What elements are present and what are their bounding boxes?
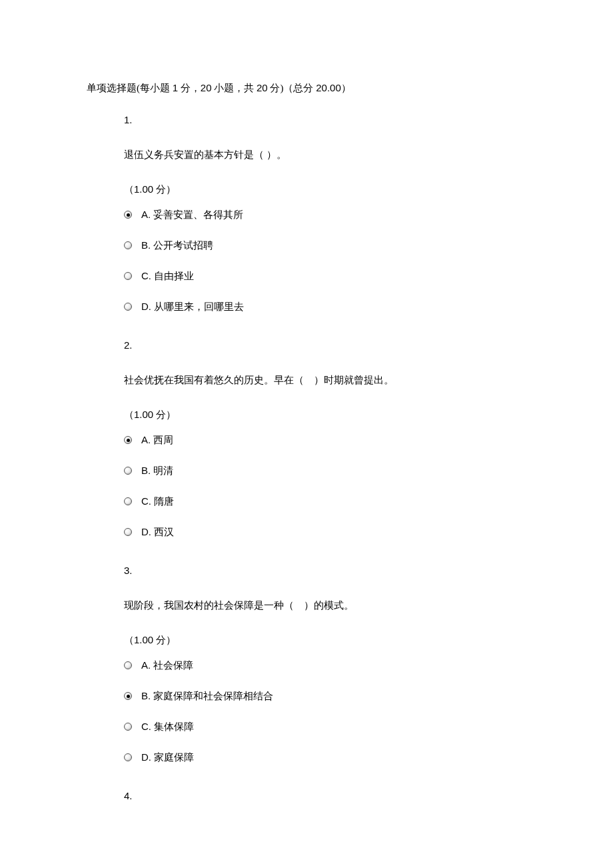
- radio-wrap: [124, 241, 141, 249]
- radio-icon[interactable]: [124, 241, 132, 249]
- radio-wrap: [124, 692, 141, 700]
- questions-container: 1. 退伍义务兵安置的基本方针是（ ）。 （1.00 分） A. 妥善安置、各得…: [87, 112, 526, 804]
- radio-icon[interactable]: [124, 528, 132, 536]
- mid1: 分，: [178, 83, 201, 93]
- question-number: 2.: [124, 337, 526, 353]
- question-text: 退伍义务兵安置的基本方针是（ ）。: [124, 147, 526, 163]
- option-text: 集体保障: [154, 719, 194, 735]
- question-4: 4.: [124, 788, 526, 804]
- option-a[interactable]: A. 西周: [124, 432, 526, 448]
- radio-wrap: [124, 661, 141, 669]
- radio-icon[interactable]: [124, 436, 132, 444]
- question-2: 2. 社会优抚在我国有着悠久的历史。早在（ ）时期就曾提出。 （1.00 分） …: [124, 337, 526, 540]
- option-text: 西周: [153, 432, 173, 448]
- grand-total: 20.00: [316, 82, 341, 93]
- option-label: A. 妥善安置、各得其所: [141, 207, 243, 223]
- option-letter: A.: [141, 207, 151, 223]
- question-3: 3. 现阶段，我国农村的社会保障是一种（ ）的模式。 （1.00 分） A. 社…: [124, 563, 526, 765]
- option-letter: A.: [141, 432, 151, 448]
- radio-icon[interactable]: [124, 497, 132, 505]
- points-value: 1.00: [134, 409, 153, 420]
- option-d[interactable]: D. 家庭保障: [124, 749, 526, 765]
- section-header: 单项选择题(每小题 1 分，20 小题，共 20 分)（总分 20.00）: [87, 80, 526, 96]
- radio-wrap: [124, 303, 141, 311]
- radio-icon[interactable]: [124, 661, 132, 669]
- option-letter: C.: [141, 268, 151, 284]
- option-b[interactable]: B. 明清: [124, 463, 526, 479]
- radio-icon[interactable]: [124, 272, 132, 280]
- option-label: A. 社会保障: [141, 657, 193, 673]
- question-text: 社会优抚在我国有着悠久的历史。早在（ ）时期就曾提出。: [124, 372, 526, 388]
- option-text: 家庭保障: [154, 749, 194, 765]
- radio-wrap: [124, 528, 141, 536]
- option-d[interactable]: D. 从哪里来，回哪里去: [124, 299, 526, 315]
- option-label: C. 自由择业: [141, 268, 194, 284]
- option-text: 从哪里来，回哪里去: [154, 299, 244, 315]
- option-d[interactable]: D. 西汉: [124, 524, 526, 540]
- option-letter: B.: [141, 237, 151, 253]
- question-number: 4.: [124, 788, 526, 804]
- points-value: 1.00: [134, 183, 153, 195]
- option-letter: C.: [141, 493, 151, 509]
- option-c[interactable]: C. 隋唐: [124, 493, 526, 509]
- option-label: C. 集体保障: [141, 719, 194, 735]
- per-points: 1: [173, 82, 178, 93]
- option-c[interactable]: C. 集体保障: [124, 719, 526, 735]
- option-letter: D.: [141, 749, 151, 765]
- radio-icon[interactable]: [124, 211, 132, 219]
- option-label: B. 明清: [141, 463, 173, 479]
- option-label: D. 家庭保障: [141, 749, 194, 765]
- question-text: 现阶段，我国农村的社会保障是一种（ ）的模式。: [124, 597, 526, 613]
- points-prefix: （: [124, 409, 134, 420]
- mid2: 小题，共: [212, 83, 257, 93]
- option-label: D. 西汉: [141, 524, 174, 540]
- total-points: 20: [257, 82, 268, 93]
- option-text: 妥善安置、各得其所: [153, 207, 243, 223]
- option-a[interactable]: A. 社会保障: [124, 657, 526, 673]
- options-group: A. 妥善安置、各得其所 B. 公开考试招聘 C. 自由择业: [124, 207, 526, 315]
- radio-wrap: [124, 753, 141, 761]
- option-text: 自由择业: [154, 268, 194, 284]
- points-suffix: 分）: [153, 635, 176, 645]
- option-text: 隋唐: [154, 493, 174, 509]
- option-letter: C.: [141, 719, 151, 735]
- mid3: 分)（总分: [268, 83, 316, 93]
- option-label: A. 西周: [141, 432, 173, 448]
- radio-wrap: [124, 497, 141, 505]
- option-label: D. 从哪里来，回哪里去: [141, 299, 244, 315]
- radio-icon[interactable]: [124, 753, 132, 761]
- option-text: 公开考试招聘: [153, 237, 213, 253]
- option-text: 西汉: [154, 524, 174, 540]
- option-text: 家庭保障和社会保障相结合: [153, 688, 273, 704]
- radio-icon[interactable]: [124, 303, 132, 311]
- radio-wrap: [124, 436, 141, 444]
- question-number: 1.: [124, 112, 526, 128]
- option-letter: B.: [141, 688, 151, 704]
- option-letter: D.: [141, 299, 151, 315]
- option-text: 明清: [153, 463, 173, 479]
- points-suffix: 分）: [153, 409, 176, 420]
- radio-icon[interactable]: [124, 723, 132, 731]
- question-points: （1.00 分）: [124, 407, 526, 423]
- suffix: ）: [341, 83, 351, 93]
- option-a[interactable]: A. 妥善安置、各得其所: [124, 207, 526, 223]
- radio-wrap: [124, 211, 141, 219]
- radio-icon[interactable]: [124, 467, 132, 475]
- option-letter: A.: [141, 657, 151, 673]
- options-group: A. 西周 B. 明清 C. 隋唐: [124, 432, 526, 540]
- radio-icon[interactable]: [124, 692, 132, 700]
- points-suffix: 分）: [153, 184, 176, 195]
- option-b[interactable]: B. 家庭保障和社会保障相结合: [124, 688, 526, 704]
- points-value: 1.00: [134, 634, 153, 645]
- option-label: B. 家庭保障和社会保障相结合: [141, 688, 273, 704]
- option-b[interactable]: B. 公开考试招聘: [124, 237, 526, 253]
- question-points: （1.00 分）: [124, 181, 526, 197]
- option-c[interactable]: C. 自由择业: [124, 268, 526, 284]
- options-group: A. 社会保障 B. 家庭保障和社会保障相结合 C. 集体保障: [124, 657, 526, 765]
- question-points: （1.00 分）: [124, 632, 526, 648]
- radio-wrap: [124, 723, 141, 731]
- section-title-prefix: 单项选择题(每小题: [87, 83, 173, 93]
- radio-wrap: [124, 467, 141, 475]
- points-prefix: （: [124, 635, 134, 645]
- option-label: B. 公开考试招聘: [141, 237, 213, 253]
